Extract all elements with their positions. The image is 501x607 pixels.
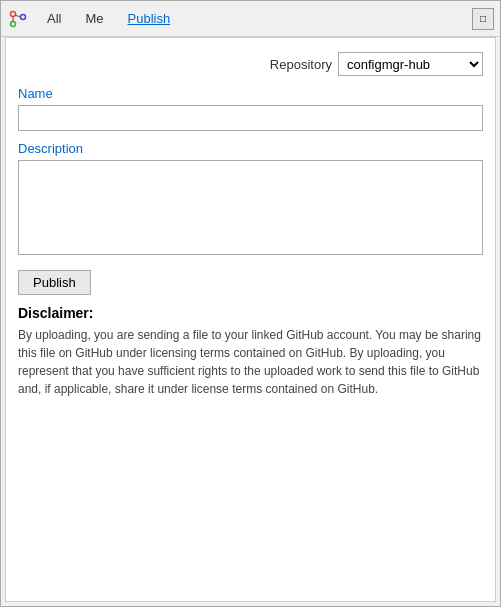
- svg-line-4: [15, 15, 21, 17]
- publish-button[interactable]: Publish: [18, 270, 91, 295]
- branch-icon: [7, 8, 29, 30]
- restore-button[interactable]: □: [472, 8, 494, 30]
- window-controls: □: [472, 8, 494, 30]
- name-input[interactable]: [18, 105, 483, 131]
- repo-label: Repository: [270, 57, 332, 72]
- tab-bar: All Me Publish □: [1, 1, 500, 37]
- description-textarea[interactable]: [18, 160, 483, 255]
- repo-row: Repository configmgr-hub: [18, 52, 483, 76]
- tab-publish[interactable]: Publish: [118, 1, 181, 36]
- disclaimer-title: Disclaimer:: [18, 305, 483, 321]
- tab-all[interactable]: All: [37, 1, 71, 36]
- description-label: Description: [18, 141, 483, 156]
- disclaimer-text: By uploading, you are sending a file to …: [18, 326, 483, 398]
- app-window: All Me Publish □ Repository configmgr-hu…: [0, 0, 501, 607]
- tab-me[interactable]: Me: [75, 1, 113, 36]
- svg-point-2: [21, 14, 26, 19]
- svg-point-1: [11, 21, 16, 26]
- name-label: Name: [18, 86, 483, 101]
- svg-point-0: [11, 11, 16, 16]
- repository-select[interactable]: configmgr-hub: [338, 52, 483, 76]
- content-area: Repository configmgr-hub Name Descriptio…: [5, 37, 496, 602]
